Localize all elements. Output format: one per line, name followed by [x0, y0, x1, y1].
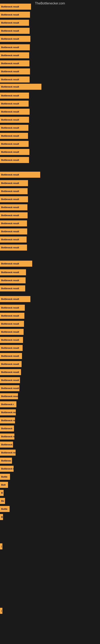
bar-label: Bottleneck result [0, 305, 25, 311]
bar-label: Bottleneck result [0, 393, 18, 399]
bar-item: Bottleneck result [0, 196, 28, 202]
bar-item: B [0, 514, 3, 520]
bar-label: Bottleneck result [0, 204, 27, 210]
bar-item: Bottlenec [0, 458, 12, 464]
bar-label: B [0, 490, 3, 496]
bar-item: Bottleneck result [0, 20, 29, 26]
bar-label: Bottleneck result [0, 141, 29, 147]
bar-item: Bottleneck result [0, 212, 28, 218]
bar-label: Bottleneck resu [0, 450, 16, 456]
bar-label: Bottleneck result [0, 361, 22, 367]
bar-label: Bottleneck result [0, 188, 28, 194]
bar-item: Bottleneck result [0, 409, 16, 416]
bar-item: Bottleneck result [0, 84, 41, 90]
bar-item: Bottleneck result [0, 12, 30, 18]
bar-label: Bottleneck result [0, 377, 20, 383]
bar-label: Bottleneck result [0, 369, 21, 375]
bar-item: Bottleneck result [0, 337, 23, 343]
bar-item: Bottleneck result [0, 296, 30, 302]
chart-container: TheBottlenecker.com Bottleneck resultBot… [0, 0, 100, 644]
bar-item: Bottleneck result [0, 149, 29, 155]
bar-item: Bottleneck r [0, 466, 14, 472]
bar-label: Bottleneck result [0, 149, 29, 155]
bar-item: Bottleneck result [0, 44, 30, 50]
bar-item: | [0, 544, 2, 550]
bar-item: Bottleneck result [0, 220, 27, 226]
bar-label: Bottleneck result [0, 236, 27, 242]
bar-item: Bottleneck result [0, 28, 30, 34]
bar-label: Bottleneck result [0, 313, 24, 319]
bar-label: Bottleneck result [0, 172, 40, 178]
bar-label: Bottleneck result [0, 109, 30, 115]
bar-label: Bottleneck r [0, 401, 16, 407]
bar-label: Bottleneck result [0, 84, 41, 90]
bar-item: Bottleneck result [0, 345, 23, 351]
bar-label: Bottleneck result [0, 244, 27, 250]
bar-item: Bottleneck result [0, 260, 32, 267]
bar-item: Bottleneck result [0, 36, 30, 42]
bar-item: Bottleneck r [0, 442, 13, 448]
bar-label: Bottleneck result [0, 385, 19, 391]
bar-item: Bottleneck result [0, 277, 26, 283]
bar-label: Bottleneck result [0, 285, 25, 292]
bar-item: B [0, 490, 3, 496]
bar-label: | [0, 608, 2, 614]
bar-label: Bottleneck result [0, 36, 30, 42]
bar-item: Bottleneck re [0, 434, 14, 440]
bar-label: Bottleneck result [0, 100, 29, 107]
bar-item: Bottleneck result [0, 100, 29, 107]
bar-label: Bottleneck r [0, 466, 14, 472]
bar-item: Bottleneck result [0, 305, 25, 311]
bar-item: Bottleneck result [0, 60, 29, 66]
bar-label: Bottleneck result [0, 133, 28, 139]
bar-label: Bottleneck result [0, 260, 32, 267]
bar-item: Bottleneck result [0, 353, 22, 359]
bar-label: Bottleneck result [0, 60, 29, 66]
bar-label: Bottleneck r [0, 442, 13, 448]
bar-item: Bottleneck result [0, 76, 30, 82]
bar-item: Bottleneck result [0, 393, 18, 399]
bar-item: Bottleneck result [0, 361, 22, 367]
bar-label: Bottleneck result [0, 337, 23, 343]
bar-item: Bott [0, 482, 8, 488]
bar-item: Bottleneck result [0, 244, 27, 250]
bar-item: Bottleneck result [0, 236, 27, 242]
bar-item: Bottleneck result [0, 385, 19, 391]
bar-label: Bottleneck result [0, 4, 31, 10]
bar-item: Bottle [0, 506, 10, 512]
bar-label: Bottleneck result [0, 321, 24, 327]
bar-label: Bott [0, 482, 8, 488]
bar-label: Bo [0, 498, 5, 504]
bar-item: Bottleneck result [0, 204, 27, 210]
bar-item: Bottleneck result [0, 52, 29, 58]
bar-label: Bottle [0, 506, 10, 512]
bar-item: Bottleneck result [0, 172, 40, 178]
bar-label: Bottleneck result [0, 28, 30, 34]
bar-label: | [0, 544, 2, 550]
bar-label: Bottleneck result [0, 228, 27, 234]
bar-label: Bottleneck result [0, 157, 29, 163]
bar-label: Bottleneck result [0, 196, 28, 202]
bar-label: Bottleneck result [0, 269, 26, 275]
bar-item: Bottleneck result [0, 4, 31, 10]
bar-item: Bottleneck result [0, 188, 28, 194]
bar-label: Bottleneck [0, 426, 14, 432]
bar-item: Bottleneck result [0, 141, 29, 147]
bar-item: Bottleneck result [0, 377, 20, 383]
bar-label: Bottleneck result [0, 345, 23, 351]
bar-item: Bottle [0, 474, 10, 480]
bar-label: Bottleneck result [0, 180, 28, 186]
bar-item: Bottleneck [0, 426, 14, 432]
bar-label: Bottleneck result [0, 76, 30, 82]
bar-item: Bottleneck result [0, 117, 29, 123]
bar-label: Bottleneck result [0, 92, 29, 98]
bar-label: Bottleneck result [0, 20, 29, 26]
bar-label: Bottleneck result [0, 117, 29, 123]
bar-item: Bottleneck result [0, 369, 21, 375]
bar-item: Bottleneck result [0, 92, 29, 98]
bar-label: Bottleneck result [0, 52, 29, 58]
bar-item: | [0, 608, 2, 614]
bar-item: Bottleneck r [0, 401, 16, 407]
bar-item: Bottleneck result [0, 109, 30, 115]
bar-item: Bo [0, 498, 5, 504]
